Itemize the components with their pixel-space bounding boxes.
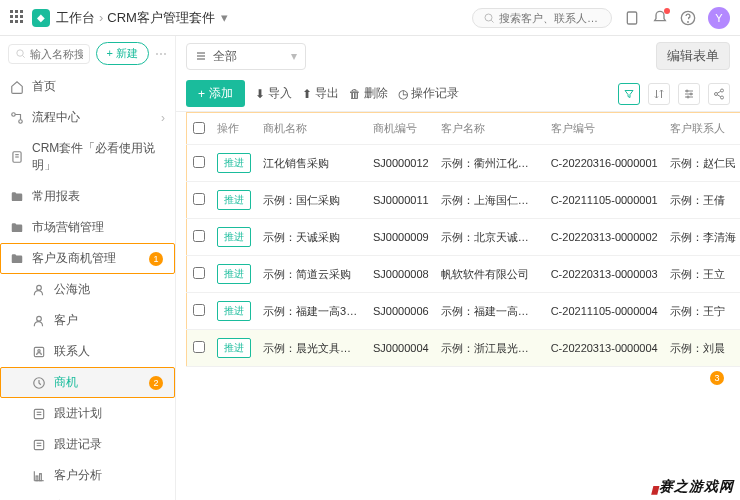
breadcrumb: 工作台 › CRM客户管理套件 ▾ — [56, 9, 228, 27]
table-row[interactable]: 推进示例：国仁采购SJ0000011示例：上海国仁有限…C-20211105-0… — [187, 182, 741, 219]
notebook-icon[interactable] — [624, 10, 640, 26]
sidebar-item-label: 跟进记录 — [54, 436, 102, 453]
export-button[interactable]: ⬆导出 — [302, 85, 339, 102]
data-table: 操作商机名称商机编号客户名称客户编号客户联系人 推进江化销售采购SJ000001… — [186, 112, 740, 367]
sidebar-item-0[interactable]: 首页 — [0, 71, 175, 102]
chart-icon — [32, 469, 46, 483]
column-header[interactable]: 客户联系人 — [664, 113, 740, 145]
push-button[interactable]: 推进 — [217, 190, 251, 210]
add-button[interactable]: +添加 — [186, 80, 245, 107]
push-button[interactable]: 推进 — [217, 264, 251, 284]
folder-icon — [10, 252, 24, 266]
row-checkbox[interactable] — [193, 230, 205, 242]
import-button[interactable]: ⬇导入 — [255, 85, 292, 102]
column-header[interactable]: 商机名称 — [257, 113, 367, 145]
annotation-marker: 1 — [149, 252, 163, 266]
watermark: ▗赛之游戏网 — [647, 478, 734, 496]
column-header[interactable]: 客户编号 — [545, 113, 664, 145]
push-button[interactable]: 推进 — [217, 338, 251, 358]
share-icon[interactable] — [708, 83, 730, 105]
table-row[interactable]: 推进示例：福建一高3月订单SJ0000006示例：福建一高集团C-2021110… — [187, 293, 741, 330]
cell-code: SJ0000004 — [367, 330, 435, 367]
sidebar-item-label: 市场营销管理 — [32, 219, 104, 236]
list-icon — [32, 438, 46, 452]
column-header[interactable]: 客户名称 — [435, 113, 545, 145]
cell-code: SJ0000008 — [367, 256, 435, 293]
sidebar-search[interactable] — [8, 44, 90, 64]
doc-icon — [10, 150, 24, 164]
avatar[interactable]: Y — [708, 7, 730, 29]
cell-code: SJ0000006 — [367, 293, 435, 330]
sidebar-item-7[interactable]: 客户 — [0, 305, 175, 336]
row-checkbox[interactable] — [193, 304, 205, 316]
push-button[interactable]: 推进 — [217, 153, 251, 173]
row-checkbox[interactable] — [193, 267, 205, 279]
sort-icon[interactable] — [648, 83, 670, 105]
chevron-down-icon[interactable]: ▾ — [221, 10, 228, 25]
column-header[interactable]: 操作 — [211, 113, 257, 145]
sidebar-item-13[interactable]: 商机分析 — [0, 491, 175, 500]
more-icon[interactable]: ⋯ — [155, 47, 167, 61]
sidebar-item-label: 商机 — [54, 374, 78, 391]
svg-line-1 — [491, 20, 493, 22]
sidebar-item-10[interactable]: 跟进计划 — [0, 398, 175, 429]
bell-icon[interactable] — [652, 10, 668, 26]
sidebar-item-11[interactable]: 跟进记录 — [0, 429, 175, 460]
cell-name: 示例：简道云采购 — [257, 256, 367, 293]
sidebar-item-label: CRM套件「必看使用说明」 — [32, 140, 165, 174]
search-icon — [15, 48, 26, 59]
sidebar-item-8[interactable]: 联系人 — [0, 336, 175, 367]
sidebar-item-label: 客户分析 — [54, 467, 102, 484]
view-selector[interactable]: 全部 ▾ — [186, 43, 306, 70]
column-header[interactable]: 商机编号 — [367, 113, 435, 145]
folder-icon — [10, 221, 24, 235]
svg-line-40 — [717, 94, 721, 96]
help-icon[interactable] — [680, 10, 696, 26]
new-button[interactable]: + 新建 — [96, 42, 149, 65]
list-icon — [195, 50, 207, 62]
cell-customer-num: C-20211105-0000001 — [545, 182, 664, 219]
sidebar-search-input[interactable] — [30, 48, 83, 60]
sidebar-item-label: 联系人 — [54, 343, 90, 360]
global-search[interactable] — [472, 8, 612, 28]
push-button[interactable]: 推进 — [217, 227, 251, 247]
annotation-marker-3: 3 — [710, 371, 724, 385]
cell-customer-num: C-20220313-0000004 — [545, 330, 664, 367]
select-all-checkbox[interactable] — [193, 122, 205, 134]
cell-name: 示例：福建一高3月订单 — [257, 293, 367, 330]
table-row[interactable]: 推进江化销售采购SJ0000012示例：衢州江化集团C-20220316-000… — [187, 145, 741, 182]
bc-workspace[interactable]: 工作台 — [56, 9, 95, 27]
chevron-right-icon: › — [161, 111, 165, 125]
table-row[interactable]: 推进示例：天诚采购SJ0000009示例：北京天诚软件…C-20220313-0… — [187, 219, 741, 256]
sidebar-item-4[interactable]: 市场营销管理 — [0, 212, 175, 243]
sidebar-item-6[interactable]: 公海池 — [0, 274, 175, 305]
app-logo: ◆ — [32, 9, 50, 27]
row-checkbox[interactable] — [193, 156, 205, 168]
svg-point-12 — [37, 285, 42, 290]
edit-form-button[interactable]: 编辑表单 — [656, 42, 730, 70]
global-search-input[interactable] — [499, 12, 601, 24]
delete-button[interactable]: 🗑删除 — [349, 85, 388, 102]
sidebar-item-5[interactable]: 客户及商机管理1 — [0, 243, 175, 274]
filter-icon[interactable] — [618, 83, 640, 105]
sidebar-item-3[interactable]: 常用报表 — [0, 181, 175, 212]
biz-icon — [32, 376, 46, 390]
svg-point-13 — [37, 316, 42, 321]
svg-point-0 — [485, 14, 492, 21]
apps-grid-icon[interactable] — [10, 10, 26, 26]
push-button[interactable]: 推进 — [217, 301, 251, 321]
sidebar-item-2[interactable]: CRM套件「必看使用说明」 — [0, 133, 175, 181]
sidebar-item-12[interactable]: 客户分析 — [0, 460, 175, 491]
sidebar-item-label: 常用报表 — [32, 188, 80, 205]
bc-app[interactable]: CRM客户管理套件 — [107, 9, 215, 27]
table-row[interactable]: 推进示例：简道云采购SJ0000008帆软软件有限公司C-20220313-00… — [187, 256, 741, 293]
sidebar-item-9[interactable]: 商机2 — [0, 367, 175, 398]
oplog-button[interactable]: ◷操作记录 — [398, 85, 459, 102]
sidebar-item-1[interactable]: 流程中心› — [0, 102, 175, 133]
settings-icon[interactable] — [678, 83, 700, 105]
row-checkbox[interactable] — [193, 341, 205, 353]
svg-point-5 — [17, 50, 23, 56]
table-row[interactable]: 推进示例：晨光文具设备…SJ0000004示例：浙江晨光文具…C-2022031… — [187, 330, 741, 367]
cell-name: 示例：晨光文具设备… — [257, 330, 367, 367]
row-checkbox[interactable] — [193, 193, 205, 205]
